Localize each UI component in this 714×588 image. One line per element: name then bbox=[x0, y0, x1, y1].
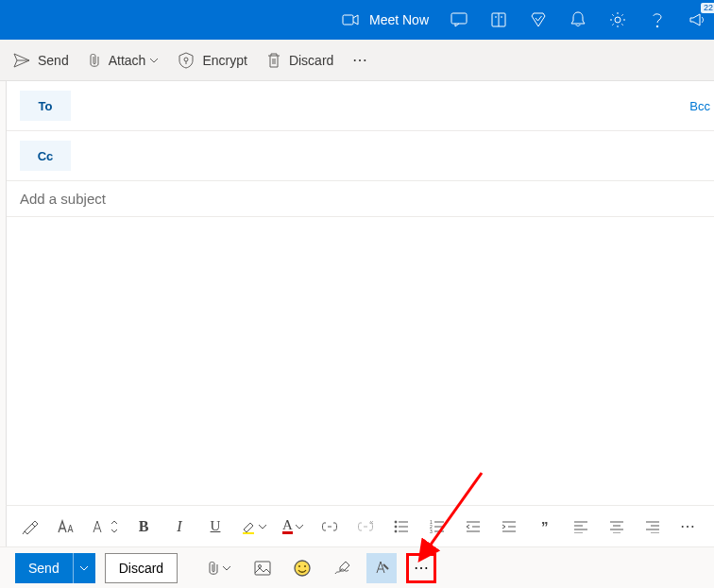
decrease-indent-button[interactable] bbox=[463, 516, 484, 537]
svg-point-17 bbox=[395, 521, 397, 523]
insert-link-button[interactable] bbox=[319, 516, 340, 537]
highlight-color-button[interactable] bbox=[241, 516, 267, 537]
bell-icon[interactable] bbox=[569, 10, 587, 29]
discard-secondary-button[interactable]: Discard bbox=[105, 553, 178, 583]
quote-button[interactable]: ” bbox=[535, 516, 555, 537]
align-left-button[interactable] bbox=[570, 516, 591, 537]
speech-bubble-icon[interactable] bbox=[450, 10, 468, 29]
send-dropdown-toggle[interactable] bbox=[73, 553, 95, 583]
svg-point-19 bbox=[395, 526, 397, 528]
message-body[interactable] bbox=[7, 217, 714, 462]
ellipsis-icon: ⋯ bbox=[352, 53, 368, 68]
insert-signature-button[interactable] bbox=[327, 553, 357, 583]
help-icon[interactable] bbox=[648, 10, 667, 29]
send-primary-label: Send bbox=[15, 561, 73, 576]
align-center-button[interactable] bbox=[606, 516, 627, 537]
font-color-button[interactable]: A bbox=[282, 516, 304, 537]
svg-rect-0 bbox=[343, 15, 353, 25]
compose-pane: To Bcc Cc bbox=[6, 81, 714, 515]
bottom-action-bar: Send Discard ⋯ bbox=[0, 546, 714, 588]
to-row: To Bcc bbox=[7, 81, 714, 131]
attach-button[interactable]: Attach bbox=[88, 52, 160, 69]
video-camera-icon bbox=[341, 10, 360, 29]
format-more-button[interactable]: ⋯ bbox=[678, 516, 699, 537]
encrypt-label: Encrypt bbox=[202, 53, 246, 68]
cc-row: Cc bbox=[7, 131, 714, 181]
svg-text:3: 3 bbox=[430, 529, 433, 533]
numbered-list-button[interactable]: 123 bbox=[427, 516, 448, 537]
bold-button[interactable]: B bbox=[133, 516, 154, 537]
format-painter-button[interactable] bbox=[20, 516, 41, 537]
font-button[interactable] bbox=[56, 516, 76, 537]
font-size-button[interactable] bbox=[92, 516, 118, 537]
bulleted-list-button[interactable] bbox=[391, 516, 412, 537]
send-button[interactable]: Send bbox=[13, 53, 69, 68]
svg-point-9 bbox=[184, 58, 188, 61]
subject-input[interactable] bbox=[20, 191, 701, 207]
send-label: Send bbox=[38, 53, 69, 68]
more-options-button[interactable]: ⋯ bbox=[352, 53, 368, 68]
compose-toolbar: Send Attach Encrypt Discard ⋯ bbox=[0, 40, 714, 81]
align-right-button[interactable] bbox=[642, 516, 663, 537]
meet-now-label: Meet Now bbox=[369, 12, 429, 27]
subject-row bbox=[7, 181, 714, 217]
svg-point-51 bbox=[304, 565, 306, 567]
attach-label: Attach bbox=[109, 53, 146, 68]
bottom-more-button[interactable]: ⋯ bbox=[406, 553, 436, 583]
insert-emoji-button[interactable] bbox=[287, 553, 317, 583]
notes-icon[interactable] bbox=[489, 10, 508, 29]
svg-point-7 bbox=[656, 25, 658, 27]
svg-point-49 bbox=[295, 561, 310, 576]
increase-indent-button[interactable] bbox=[499, 516, 519, 537]
gear-icon[interactable] bbox=[608, 10, 627, 29]
ellipsis-icon: ⋯ bbox=[414, 561, 430, 576]
meet-now-button[interactable]: Meet Now bbox=[341, 10, 429, 29]
svg-line-13 bbox=[23, 531, 25, 534]
insert-picture-button[interactable] bbox=[247, 553, 278, 583]
to-button[interactable]: To bbox=[20, 91, 71, 121]
svg-rect-47 bbox=[255, 562, 270, 575]
svg-rect-1 bbox=[451, 13, 467, 24]
cc-button[interactable]: Cc bbox=[20, 141, 71, 171]
underline-button[interactable]: U bbox=[205, 516, 226, 537]
discard-button[interactable]: Discard bbox=[266, 52, 333, 69]
italic-button[interactable]: I bbox=[169, 516, 190, 537]
todo-check-icon[interactable] bbox=[529, 10, 548, 29]
discard-label: Discard bbox=[289, 53, 333, 68]
encrypt-button[interactable]: Encrypt bbox=[178, 52, 246, 69]
svg-point-48 bbox=[259, 564, 262, 567]
svg-point-6 bbox=[615, 17, 620, 23]
remove-link-button[interactable] bbox=[355, 516, 376, 537]
send-primary-button[interactable]: Send bbox=[15, 553, 95, 583]
formatting-toolbar: B I U A 123 ” ⋯ bbox=[6, 505, 714, 546]
notification-badge: 22 bbox=[701, 3, 714, 13]
svg-point-21 bbox=[395, 530, 397, 532]
attach-file-button[interactable] bbox=[200, 553, 238, 583]
toggle-format-bar-button[interactable] bbox=[366, 553, 397, 583]
announcement-icon[interactable]: 22 bbox=[688, 10, 706, 29]
svg-rect-14 bbox=[243, 532, 254, 534]
bcc-toggle[interactable]: Bcc bbox=[689, 99, 710, 113]
app-title-bar: Meet Now 22 bbox=[0, 0, 714, 40]
svg-point-50 bbox=[298, 565, 300, 567]
